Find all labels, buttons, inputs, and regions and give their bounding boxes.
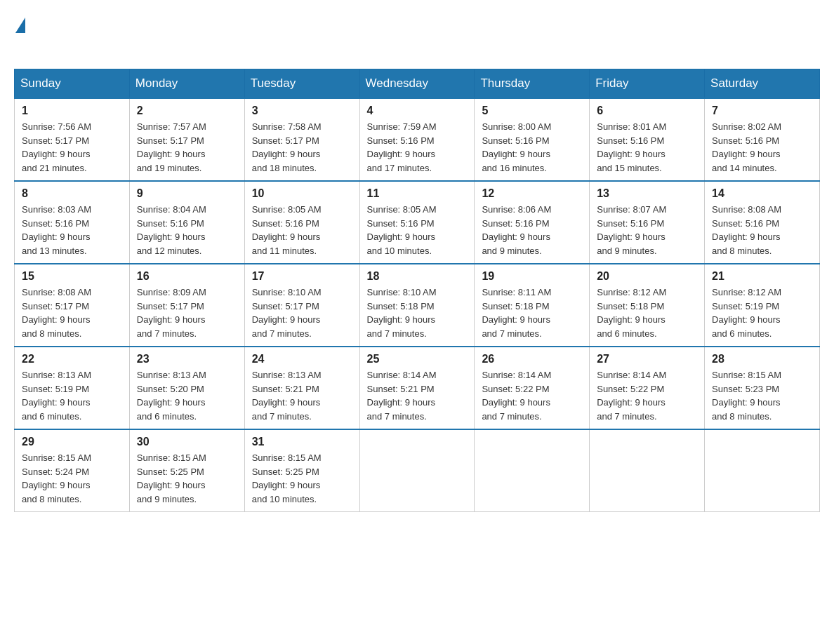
- calendar-table: SundayMondayTuesdayWednesdayThursdayFrid…: [14, 69, 820, 512]
- day-number: 22: [22, 353, 122, 365]
- header-cell-tuesday: Tuesday: [244, 69, 359, 99]
- day-info: Sunrise: 8:12 AM Sunset: 5:19 PM Dayligh…: [712, 286, 812, 340]
- header-cell-saturday: Saturday: [705, 69, 820, 99]
- day-cell: 7 Sunrise: 8:02 AM Sunset: 5:16 PM Dayli…: [705, 98, 820, 181]
- day-cell: 22 Sunrise: 8:13 AM Sunset: 5:19 PM Dayl…: [15, 347, 130, 429]
- day-cell: 4 Sunrise: 7:59 AM Sunset: 5:16 PM Dayli…: [359, 98, 475, 181]
- week-row-4: 22 Sunrise: 8:13 AM Sunset: 5:19 PM Dayl…: [15, 347, 820, 429]
- day-cell: 26 Sunrise: 8:14 AM Sunset: 5:22 PM Dayl…: [475, 347, 590, 429]
- day-info: Sunrise: 8:13 AM Sunset: 5:21 PM Dayligh…: [252, 368, 352, 423]
- day-cell: 1 Sunrise: 7:56 AM Sunset: 5:17 PM Dayli…: [15, 98, 130, 181]
- day-number: 17: [252, 270, 352, 283]
- day-info: Sunrise: 8:05 AM Sunset: 5:16 PM Dayligh…: [252, 203, 352, 257]
- day-number: 18: [367, 270, 468, 283]
- day-cell: 8 Sunrise: 8:03 AM Sunset: 5:16 PM Dayli…: [15, 181, 130, 264]
- day-cell: 18 Sunrise: 8:10 AM Sunset: 5:18 PM Dayl…: [359, 264, 475, 347]
- day-cell: 21 Sunrise: 8:12 AM Sunset: 5:19 PM Dayl…: [705, 264, 820, 347]
- logo-triangle-icon: [15, 18, 25, 33]
- calendar-header: SundayMondayTuesdayWednesdayThursdayFrid…: [15, 69, 820, 99]
- day-number: 19: [482, 270, 582, 283]
- day-number: 1: [22, 105, 122, 117]
- day-cell: 24 Sunrise: 8:13 AM Sunset: 5:21 PM Dayl…: [244, 347, 359, 429]
- day-cell: 27 Sunrise: 8:14 AM Sunset: 5:22 PM Dayl…: [590, 347, 705, 429]
- day-number: 16: [137, 270, 237, 283]
- day-cell: 14 Sunrise: 8:08 AM Sunset: 5:16 PM Dayl…: [705, 181, 820, 264]
- day-number: 6: [597, 105, 697, 117]
- header-cell-sunday: Sunday: [15, 69, 130, 99]
- header-cell-monday: Monday: [129, 69, 244, 99]
- day-info: Sunrise: 8:08 AM Sunset: 5:16 PM Dayligh…: [712, 203, 812, 257]
- page-header: General: [14, 14, 820, 55]
- day-cell: 6 Sunrise: 8:01 AM Sunset: 5:16 PM Dayli…: [590, 98, 705, 181]
- day-cell: 2 Sunrise: 7:57 AM Sunset: 5:17 PM Dayli…: [129, 98, 244, 181]
- header-cell-friday: Friday: [590, 69, 705, 99]
- day-cell: 5 Sunrise: 8:00 AM Sunset: 5:16 PM Dayli…: [475, 98, 590, 181]
- day-number: 11: [367, 187, 468, 200]
- day-info: Sunrise: 7:58 AM Sunset: 5:17 PM Dayligh…: [252, 120, 352, 175]
- day-info: Sunrise: 8:04 AM Sunset: 5:16 PM Dayligh…: [137, 203, 237, 257]
- day-number: 26: [482, 353, 582, 365]
- day-cell: 11 Sunrise: 8:05 AM Sunset: 5:16 PM Dayl…: [359, 181, 475, 264]
- header-row: SundayMondayTuesdayWednesdayThursdayFrid…: [15, 69, 820, 99]
- day-number: 9: [137, 187, 237, 200]
- day-info: Sunrise: 7:59 AM Sunset: 5:16 PM Dayligh…: [367, 120, 468, 175]
- day-cell: 17 Sunrise: 8:10 AM Sunset: 5:17 PM Dayl…: [244, 264, 359, 347]
- day-info: Sunrise: 8:02 AM Sunset: 5:16 PM Dayligh…: [712, 120, 812, 175]
- day-number: 14: [712, 187, 812, 200]
- day-info: Sunrise: 8:15 AM Sunset: 5:25 PM Dayligh…: [137, 451, 237, 506]
- day-number: 2: [137, 105, 237, 117]
- day-cell: 28 Sunrise: 8:15 AM Sunset: 5:23 PM Dayl…: [705, 347, 820, 429]
- day-number: 12: [482, 187, 582, 200]
- week-row-1: 1 Sunrise: 7:56 AM Sunset: 5:17 PM Dayli…: [15, 98, 820, 181]
- day-info: Sunrise: 8:10 AM Sunset: 5:17 PM Dayligh…: [252, 286, 352, 340]
- day-cell: [590, 429, 705, 512]
- day-cell: 16 Sunrise: 8:09 AM Sunset: 5:17 PM Dayl…: [129, 264, 244, 347]
- day-number: 25: [367, 353, 468, 365]
- day-number: 24: [252, 353, 352, 365]
- day-cell: 25 Sunrise: 8:14 AM Sunset: 5:21 PM Dayl…: [359, 347, 475, 429]
- day-number: 3: [252, 105, 352, 117]
- day-cell: [705, 429, 820, 512]
- day-number: 23: [137, 353, 237, 365]
- day-number: 20: [597, 270, 697, 283]
- day-cell: 31 Sunrise: 8:15 AM Sunset: 5:25 PM Dayl…: [244, 429, 359, 512]
- day-info: Sunrise: 8:07 AM Sunset: 5:16 PM Dayligh…: [597, 203, 697, 257]
- day-cell: 12 Sunrise: 8:06 AM Sunset: 5:16 PM Dayl…: [475, 181, 590, 264]
- day-number: 29: [22, 436, 122, 448]
- day-info: Sunrise: 7:57 AM Sunset: 5:17 PM Dayligh…: [137, 120, 237, 175]
- day-info: Sunrise: 8:15 AM Sunset: 5:23 PM Dayligh…: [712, 368, 812, 423]
- header-cell-wednesday: Wednesday: [359, 69, 475, 99]
- day-number: 5: [482, 105, 582, 117]
- day-info: Sunrise: 8:13 AM Sunset: 5:19 PM Dayligh…: [22, 368, 122, 423]
- calendar-body: 1 Sunrise: 7:56 AM Sunset: 5:17 PM Dayli…: [15, 98, 820, 512]
- day-cell: 10 Sunrise: 8:05 AM Sunset: 5:16 PM Dayl…: [244, 181, 359, 264]
- day-cell: 29 Sunrise: 8:15 AM Sunset: 5:24 PM Dayl…: [15, 429, 130, 512]
- logo: General: [14, 14, 87, 55]
- day-info: Sunrise: 8:13 AM Sunset: 5:20 PM Dayligh…: [137, 368, 237, 423]
- day-cell: [359, 429, 475, 512]
- day-info: Sunrise: 8:06 AM Sunset: 5:16 PM Dayligh…: [482, 203, 582, 257]
- week-row-5: 29 Sunrise: 8:15 AM Sunset: 5:24 PM Dayl…: [15, 429, 820, 512]
- day-cell: 20 Sunrise: 8:12 AM Sunset: 5:18 PM Dayl…: [590, 264, 705, 347]
- header-cell-thursday: Thursday: [475, 69, 590, 99]
- day-number: 27: [597, 353, 697, 365]
- day-cell: 9 Sunrise: 8:04 AM Sunset: 5:16 PM Dayli…: [129, 181, 244, 264]
- day-info: Sunrise: 8:01 AM Sunset: 5:16 PM Dayligh…: [597, 120, 697, 175]
- day-number: 31: [252, 436, 352, 448]
- day-info: Sunrise: 7:56 AM Sunset: 5:17 PM Dayligh…: [22, 120, 122, 175]
- day-info: Sunrise: 8:08 AM Sunset: 5:17 PM Dayligh…: [22, 286, 122, 340]
- week-row-2: 8 Sunrise: 8:03 AM Sunset: 5:16 PM Dayli…: [15, 181, 820, 264]
- day-number: 8: [22, 187, 122, 200]
- day-info: Sunrise: 8:15 AM Sunset: 5:24 PM Dayligh…: [22, 451, 122, 506]
- day-number: 30: [137, 436, 237, 448]
- day-number: 7: [712, 105, 812, 117]
- week-row-3: 15 Sunrise: 8:08 AM Sunset: 5:17 PM Dayl…: [15, 264, 820, 347]
- day-info: Sunrise: 8:14 AM Sunset: 5:21 PM Dayligh…: [367, 368, 468, 423]
- day-info: Sunrise: 8:00 AM Sunset: 5:16 PM Dayligh…: [482, 120, 582, 175]
- day-info: Sunrise: 8:15 AM Sunset: 5:25 PM Dayligh…: [252, 451, 352, 506]
- day-cell: 3 Sunrise: 7:58 AM Sunset: 5:17 PM Dayli…: [244, 98, 359, 181]
- day-info: Sunrise: 8:03 AM Sunset: 5:16 PM Dayligh…: [22, 203, 122, 257]
- day-info: Sunrise: 8:14 AM Sunset: 5:22 PM Dayligh…: [597, 368, 697, 423]
- day-number: 13: [597, 187, 697, 200]
- day-number: 28: [712, 353, 812, 365]
